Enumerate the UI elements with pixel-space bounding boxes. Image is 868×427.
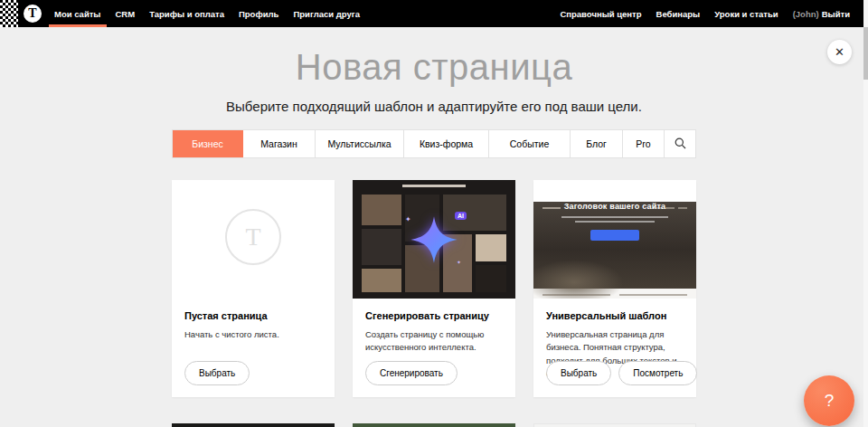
choose-template-button[interactable]: Выбрать xyxy=(546,361,611,385)
card-buttons: Выбрать xyxy=(184,361,250,385)
page-subtitle: Выберите подходящий шаблон и адаптируйте… xyxy=(0,99,868,114)
template-hero: Заголовок вашего сайта xyxy=(533,202,696,289)
nav-item-crm[interactable]: CRM xyxy=(108,0,143,27)
ai-badge: AI xyxy=(455,212,467,220)
tilda-mark-glyph: T xyxy=(245,223,260,251)
nav-item-webinars[interactable]: Вебинары xyxy=(649,9,708,19)
nav-item-help-center[interactable]: Справочный центр xyxy=(552,9,648,19)
partial-card-preview[interactable] xyxy=(533,423,696,427)
tab-quiz-form[interactable]: Квиз-форма xyxy=(404,130,489,157)
nav-item-invite-friend[interactable]: Пригласи друга xyxy=(286,0,367,27)
collage-block xyxy=(362,195,401,225)
sparkle-icon: ✦ xyxy=(457,260,461,265)
tilda-logo[interactable]: T xyxy=(24,5,42,23)
tab-event[interactable]: Событие xyxy=(489,130,571,157)
card-title: Пустая страница xyxy=(184,310,322,321)
collage-block xyxy=(362,229,401,265)
tab-business[interactable]: Бизнес xyxy=(173,130,243,157)
partial-card-preview[interactable] xyxy=(353,423,515,427)
blank-page-preview: T xyxy=(172,180,335,299)
tab-store[interactable]: Магазин xyxy=(243,130,316,157)
next-row-partial xyxy=(172,423,696,427)
card-buttons: Выбрать Посмотреть xyxy=(546,361,697,385)
tilda-mark-circle: T xyxy=(225,209,281,265)
ai-preview: ✦ ✦ AI xyxy=(353,180,515,299)
nav-item-pricing[interactable]: Тарифы и оплата xyxy=(142,0,231,27)
tab-pro[interactable]: Pro xyxy=(623,130,665,157)
ai-star-graphic: ✦ ✦ AI xyxy=(409,214,459,265)
page-title: Новая страница xyxy=(0,47,868,87)
nav-left-menu: Мои сайты CRM Тарифы и оплата Профиль Пр… xyxy=(47,0,367,27)
card-title: Универсальный шаблон xyxy=(546,310,684,321)
card-title: Сгенерировать страницу xyxy=(365,310,503,321)
scrollbar-track[interactable] xyxy=(863,0,868,427)
search-icon xyxy=(675,138,686,151)
template-cards-grid: T Пустая страница Начать с чистого листа… xyxy=(172,180,696,397)
nav-item-profile[interactable]: Профиль xyxy=(231,0,286,27)
hero-photo-glow xyxy=(533,260,624,299)
card-body: Пустая страница Начать с чистого листа. xyxy=(172,299,335,341)
ai-star-icon xyxy=(409,214,459,265)
collage-block xyxy=(362,269,401,292)
collage-block xyxy=(476,234,506,261)
tab-search[interactable] xyxy=(665,130,695,157)
user-name: (John) xyxy=(793,9,819,19)
card-blank-page: T Пустая страница Начать с чистого листа… xyxy=(172,180,335,397)
scrollbar-thumb[interactable] xyxy=(863,27,868,80)
template-subtext-placeholder xyxy=(561,216,668,218)
nav-item-logout[interactable]: (John) Выйти xyxy=(786,9,857,19)
card-buttons: Сгенерировать xyxy=(365,361,458,385)
template-blue-button xyxy=(590,230,639,241)
top-navbar: T Мои сайты CRM Тарифы и оплата Профиль … xyxy=(0,0,868,27)
card-ai-generate: ✦ ✦ AI Сгенерировать страницу Создать ст… xyxy=(353,180,515,397)
tab-blog[interactable]: Блог xyxy=(571,130,623,157)
nav-right-menu: Справочный центр Вебинары Уроки и статьи… xyxy=(552,0,868,27)
generate-button[interactable]: Сгенерировать xyxy=(365,361,458,385)
template-subtext-placeholder xyxy=(575,221,655,223)
nav-item-lessons[interactable]: Уроки и статьи xyxy=(707,9,785,19)
nav-item-my-sites[interactable]: Мои сайты xyxy=(47,0,108,27)
card-description: Создать страницу с помощью искусственног… xyxy=(365,328,503,355)
logout-label: Выйти xyxy=(822,9,850,19)
tab-multilink[interactable]: Мультиссылка xyxy=(316,130,404,157)
choose-blank-button[interactable]: Выбрать xyxy=(184,361,250,385)
close-button[interactable]: ✕ xyxy=(827,40,852,64)
main-content: Новая страница Выберите подходящий шабло… xyxy=(0,0,868,427)
corner-pattern-decoration xyxy=(0,0,18,27)
help-button[interactable]: ? xyxy=(804,375,854,426)
preview-header-placeholder xyxy=(402,185,466,187)
view-template-button[interactable]: Посмотреть xyxy=(618,361,697,385)
card-body: Сгенерировать страницу Создать страницу … xyxy=(353,299,515,355)
universal-template-preview: Заголовок вашего сайта xyxy=(533,180,696,299)
sparkle-icon: ✦ xyxy=(405,216,411,223)
partial-card-preview[interactable] xyxy=(172,423,335,427)
card-description: Начать с чистого листа. xyxy=(184,328,322,341)
template-category-tabs: Бизнес Магазин Мультиссылка Квиз-форма С… xyxy=(172,129,696,158)
collage-block xyxy=(476,265,506,292)
text-column-placeholder xyxy=(619,294,687,299)
card-universal-template: Заголовок вашего сайта Универсальный шаб… xyxy=(533,180,696,397)
template-heading: Заголовок вашего сайта xyxy=(533,202,696,211)
